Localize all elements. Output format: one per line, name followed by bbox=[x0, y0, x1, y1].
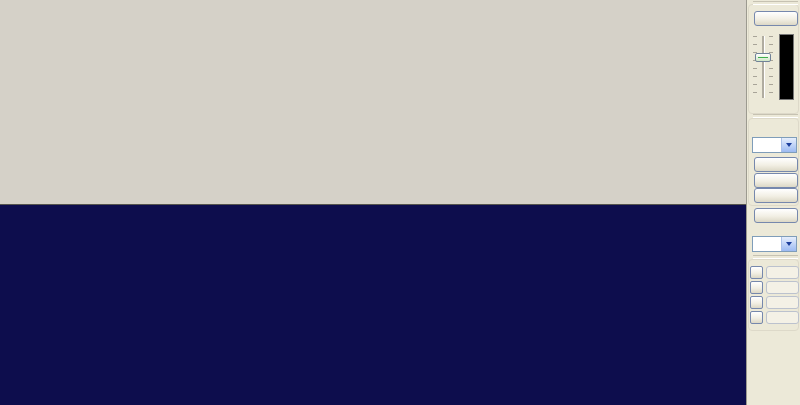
waterfall-chart bbox=[0, 205, 746, 405]
chevron-down-icon bbox=[786, 242, 792, 246]
spl-chart bbox=[0, 0, 746, 205]
show-3-button[interactable] bbox=[766, 296, 799, 309]
slider-ticks-left bbox=[753, 36, 757, 98]
ambient-button[interactable] bbox=[754, 173, 798, 188]
chevron-down-icon bbox=[786, 143, 792, 147]
scale-range-value bbox=[753, 138, 781, 152]
overlay-group-caption bbox=[750, 255, 798, 259]
scale-range-select[interactable] bbox=[752, 137, 797, 153]
show-2-button[interactable] bbox=[766, 281, 799, 294]
slider-ticks-right bbox=[769, 36, 773, 98]
overlay-2-button[interactable] bbox=[750, 281, 763, 294]
overlay-4-button[interactable] bbox=[750, 311, 763, 324]
app-window bbox=[0, 0, 800, 405]
output-level-meter bbox=[779, 34, 794, 100]
overlay-1-button[interactable] bbox=[750, 266, 763, 279]
raw-button[interactable] bbox=[754, 188, 798, 203]
overlay-3-button[interactable] bbox=[750, 296, 763, 309]
measure-button[interactable] bbox=[754, 11, 798, 26]
slider-thumb[interactable] bbox=[755, 53, 771, 62]
rt60-button[interactable] bbox=[754, 208, 798, 223]
slider-track[interactable] bbox=[762, 36, 765, 98]
spl-frequency-response-panel[interactable] bbox=[0, 0, 746, 205]
show-group-caption bbox=[750, 114, 798, 118]
control-sidebar bbox=[746, 0, 800, 405]
waterfall-mode-select[interactable] bbox=[752, 236, 797, 252]
waterfall-3d-panel[interactable] bbox=[0, 205, 746, 405]
scale-range-dropdown-button[interactable] bbox=[781, 138, 796, 152]
show-1-button[interactable] bbox=[766, 266, 799, 279]
waterfall-dropdown-button[interactable] bbox=[781, 237, 796, 251]
measure-group-caption bbox=[750, 1, 798, 5]
output-level-slider[interactable] bbox=[751, 34, 775, 100]
show-4-button[interactable] bbox=[766, 311, 799, 324]
anechoic-button[interactable] bbox=[754, 157, 798, 172]
waterfall-mode-value bbox=[753, 237, 781, 251]
